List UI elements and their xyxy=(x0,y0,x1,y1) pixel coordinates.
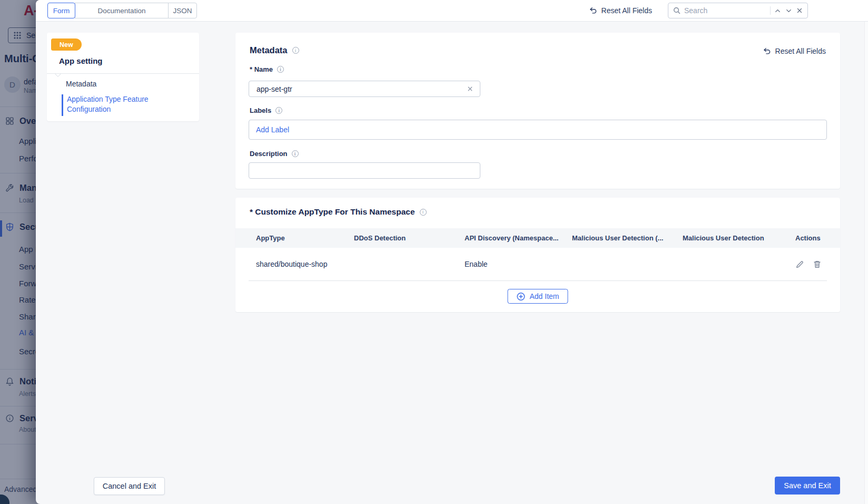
reset-all-fields-label: Reset All Fields xyxy=(775,47,826,55)
column-header-actions: Actions xyxy=(795,234,840,242)
reset-all-fields-button[interactable]: Reset All Fields xyxy=(589,6,652,15)
search-close-button[interactable] xyxy=(796,7,803,14)
column-header-api-discovery: API Discovery (Namespace... xyxy=(465,234,572,242)
name-field-label: * Name xyxy=(250,65,284,73)
delete-row-icon[interactable] xyxy=(813,260,822,269)
reset-all-fields-label: Reset All Fields xyxy=(601,6,652,15)
wizard-step-app-type-feature-config[interactable]: Application Type Feature Configuration xyxy=(67,94,167,114)
view-tabs: Form Documentation JSON xyxy=(47,3,197,18)
undo-icon xyxy=(763,47,771,55)
scrollbar[interactable] xyxy=(864,22,868,504)
cell-api-discovery: Enable xyxy=(465,260,572,268)
add-label-button[interactable]: Add Label xyxy=(256,125,289,134)
wizard-divider xyxy=(47,73,199,74)
column-header-malicious-user-detection-ns: Malicious User Detection (... xyxy=(572,234,683,242)
name-input[interactable]: app-set-gtr xyxy=(249,81,480,97)
info-icon[interactable] xyxy=(292,150,299,157)
wizard-divider-notch xyxy=(53,74,65,79)
search-separator xyxy=(770,6,771,15)
description-input[interactable] xyxy=(249,162,480,179)
add-item-label: Add Item xyxy=(529,292,559,301)
plus-circle-icon xyxy=(516,292,525,301)
wizard-nav-card: New App setting Metadata Application Typ… xyxy=(47,33,199,121)
name-input-value: app-set-gtr xyxy=(257,85,467,93)
app-setting-modal: Form Documentation JSON Reset All Fields xyxy=(36,0,868,504)
new-badge: New xyxy=(51,38,82,51)
column-header-apptype: AppType xyxy=(256,234,354,242)
save-and-exit-button[interactable]: Save and Exit xyxy=(775,477,840,495)
cell-apptype: shared/boutique-shop xyxy=(256,260,354,268)
active-step-indicator xyxy=(62,94,63,116)
tab-documentation[interactable]: Documentation xyxy=(75,3,169,18)
search-box xyxy=(668,3,808,18)
clear-name-icon[interactable] xyxy=(467,85,474,92)
modal-topbar: Form Documentation JSON Reset All Fields xyxy=(36,0,868,22)
wizard-title: App setting xyxy=(59,56,103,65)
search-icon xyxy=(673,6,681,15)
search-prev-button[interactable] xyxy=(774,7,782,15)
table-divider xyxy=(249,280,827,281)
apptype-card-title: * Customize AppType For This Namespace xyxy=(250,207,415,217)
info-icon[interactable] xyxy=(275,107,282,114)
search-input[interactable] xyxy=(684,6,767,15)
cancel-and-exit-button[interactable]: Cancel and Exit xyxy=(94,477,165,495)
customize-apptype-card: * Customize AppType For This Namespace A… xyxy=(235,198,840,312)
add-item-button[interactable]: Add Item xyxy=(507,289,568,304)
apptype-table-row: shared/boutique-shop Enable xyxy=(235,248,840,280)
column-header-ddos-detection: DDoS Detection xyxy=(354,234,465,242)
wizard-step-metadata[interactable]: Metadata xyxy=(66,80,96,88)
tab-json[interactable]: JSON xyxy=(168,3,197,18)
info-icon[interactable] xyxy=(292,47,299,54)
labels-input[interactable]: Add Label xyxy=(249,120,827,140)
metadata-card: Metadata Reset All Fields * Name app-set… xyxy=(235,33,840,189)
tab-form[interactable]: Form xyxy=(47,3,75,18)
metadata-card-title: Metadata xyxy=(250,45,288,55)
description-field-label: Description xyxy=(250,150,299,158)
undo-icon xyxy=(589,6,597,15)
labels-field-label: Labels xyxy=(250,106,282,114)
edit-row-icon[interactable] xyxy=(795,260,804,269)
card-reset-all-fields-button[interactable]: Reset All Fields xyxy=(763,47,826,55)
search-next-button[interactable] xyxy=(785,7,793,15)
info-icon[interactable] xyxy=(420,209,427,216)
apptype-table-header: AppType DDoS Detection API Discovery (Na… xyxy=(235,228,840,248)
info-icon[interactable] xyxy=(277,66,284,73)
column-header-malicious-user-detection: Malicious User Detection xyxy=(683,234,795,242)
